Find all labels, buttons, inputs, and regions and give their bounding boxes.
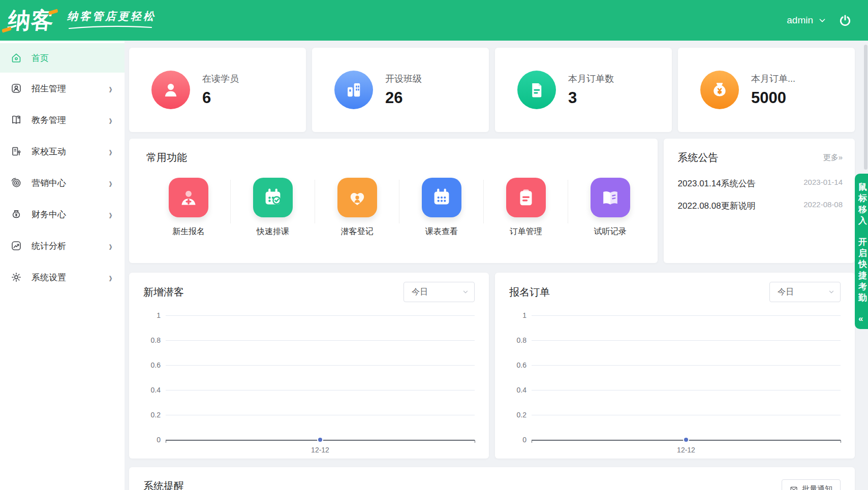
stat-value: 6 bbox=[202, 89, 239, 107]
home-icon bbox=[10, 52, 22, 64]
purse-icon bbox=[10, 208, 22, 220]
sidebar-item-finance[interactable]: 财务中心 › bbox=[0, 199, 125, 230]
attendance-tab-line2: 开启快捷考勤 bbox=[858, 237, 868, 304]
attendance-tab-line1: 鼠标移入 bbox=[858, 182, 868, 226]
quick-action-audition-record[interactable]: 试听记录 bbox=[568, 178, 653, 237]
quick-action-timetable[interactable]: 课表查看 bbox=[399, 178, 484, 237]
logout-power-button[interactable] bbox=[839, 14, 852, 27]
brand-slogan: 纳客管店更轻松 bbox=[67, 9, 156, 23]
chart-icon bbox=[10, 240, 22, 252]
stat-card-classes: 开设班级 26 bbox=[312, 48, 489, 132]
quick-functions-grid: 新生报名 快速排课 潜客登记 bbox=[146, 178, 653, 237]
sidebar-item-label: 首页 bbox=[32, 52, 112, 64]
chevron-right-icon: › bbox=[109, 269, 112, 285]
power-icon bbox=[839, 14, 852, 27]
quick-action-label: 潜客登记 bbox=[341, 226, 374, 237]
sidebar-item-academic[interactable]: 教务管理 › bbox=[0, 104, 125, 136]
sidebar-item-enrollment[interactable]: 招生管理 › bbox=[0, 73, 125, 104]
line-chart: 10.80.60.40.2012-12 bbox=[509, 315, 841, 458]
main-content: 在读学员 6 开设班级 26 本月订单数 3 bbox=[125, 41, 868, 490]
signup-orders-chart-card: 报名订单 今日 10.80.60.40.2012-12 bbox=[495, 273, 855, 459]
enroll-icon bbox=[169, 178, 208, 217]
stats-row: 在读学员 6 开设班级 26 本月订单数 3 bbox=[129, 48, 855, 132]
stat-text: 开设班级 26 bbox=[385, 73, 422, 107]
quick-action-lead-register[interactable]: 潜客登记 bbox=[315, 178, 399, 237]
chevron-down-icon bbox=[818, 16, 826, 24]
header-user-area: admin bbox=[787, 14, 852, 27]
gear-icon bbox=[10, 271, 22, 283]
vertical-scrollbar-thumb[interactable] bbox=[864, 45, 867, 170]
sidebar-item-settings[interactable]: 系统设置 › bbox=[0, 262, 125, 293]
period-select-value: 今日 bbox=[778, 287, 794, 298]
period-select-value: 今日 bbox=[412, 287, 428, 298]
sidebar-item-home-school[interactable]: 家校互动 › bbox=[0, 136, 125, 167]
lead-icon bbox=[337, 178, 377, 217]
user-name-label: admin bbox=[787, 15, 813, 26]
stat-text: 在读学员 6 bbox=[202, 73, 239, 107]
stat-value: 26 bbox=[385, 89, 422, 107]
chevron-right-icon: › bbox=[109, 175, 112, 191]
chart-header: 新增潜客 今日 bbox=[143, 282, 475, 302]
batch-notify-button[interactable]: 批量通知 bbox=[782, 479, 841, 490]
stat-value: 5000 bbox=[751, 89, 795, 107]
chevron-right-icon: › bbox=[109, 238, 112, 254]
sidebar-item-home[interactable]: 首页 bbox=[0, 43, 125, 73]
announcement-date: 2023-01-14 bbox=[803, 178, 843, 189]
announcement-item[interactable]: 2023.01.14系统公告 2023-01-14 bbox=[678, 178, 843, 189]
user-dropdown[interactable]: admin bbox=[787, 15, 826, 26]
chevron-right-icon: › bbox=[109, 80, 112, 96]
quick-action-label: 新生报名 bbox=[172, 226, 205, 237]
app-header: 纳客 纳客管店更轻松 admin bbox=[0, 0, 868, 41]
quick-action-label: 订单管理 bbox=[510, 226, 542, 237]
school-icon bbox=[10, 145, 22, 157]
period-select[interactable]: 今日 bbox=[769, 282, 841, 302]
line-chart: 10.80.60.40.2012-12 bbox=[143, 315, 475, 458]
quick-action-new-student[interactable]: 新生报名 bbox=[146, 178, 231, 237]
sidebar-nav: 首页 招生管理 › 教务管理 › 家校互动 › bbox=[0, 41, 125, 490]
announcements-more-link[interactable]: 更多» bbox=[823, 153, 843, 162]
quick-functions-panel: 常用功能 新生报名 快速排课 bbox=[129, 139, 658, 263]
book-icon bbox=[10, 114, 22, 126]
quick-action-label: 试听记录 bbox=[594, 226, 627, 237]
chevron-right-icon: › bbox=[109, 112, 112, 128]
chart-title: 报名订单 bbox=[509, 285, 550, 299]
schedule-icon bbox=[253, 178, 293, 217]
target-icon bbox=[10, 177, 22, 189]
sidebar-item-statistics[interactable]: 统计分析 › bbox=[0, 230, 125, 262]
brand-logo: 纳客 纳客管店更轻松 bbox=[8, 4, 156, 37]
stat-label: 本月订单数 bbox=[568, 73, 614, 85]
sidebar-item-label: 统计分析 bbox=[32, 240, 109, 252]
middle-row: 常用功能 新生报名 快速排课 bbox=[129, 139, 855, 263]
stat-card-students: 在读学员 6 bbox=[129, 48, 306, 132]
sidebar-item-label: 家校互动 bbox=[32, 146, 109, 157]
sidebar-item-label: 营销中心 bbox=[32, 177, 109, 189]
sidebar-item-marketing[interactable]: 营销中心 › bbox=[0, 167, 125, 199]
announcement-item[interactable]: 2022.08.08更新说明 2022-08-08 bbox=[678, 200, 843, 212]
stat-label: 本月订单... bbox=[751, 73, 795, 85]
brand-slogan-wrap: 纳客管店更轻松 bbox=[67, 9, 156, 30]
chevron-down-icon bbox=[462, 288, 469, 296]
sidebar-item-label: 系统设置 bbox=[32, 272, 109, 283]
stat-label: 开设班级 bbox=[385, 73, 422, 85]
stat-card-month-revenue: 本月订单... 5000 bbox=[678, 48, 855, 132]
announcements-list: 2023.01.14系统公告 2023-01-14 2022.08.08更新说明… bbox=[678, 178, 843, 212]
envelope-icon bbox=[790, 485, 798, 490]
sidebar-item-label: 招生管理 bbox=[32, 83, 109, 94]
collapse-left-icon: « bbox=[858, 314, 863, 324]
announcement-date: 2022-08-08 bbox=[803, 200, 843, 212]
quick-action-quick-schedule[interactable]: 快速排课 bbox=[231, 178, 315, 237]
order-icon bbox=[506, 178, 546, 217]
student-icon bbox=[151, 71, 190, 109]
system-reminders-title: 系统提醒 bbox=[143, 479, 184, 490]
chevron-down-icon bbox=[828, 288, 835, 296]
announcement-title: 2022.08.08更新说明 bbox=[678, 200, 756, 212]
audition-icon bbox=[591, 178, 630, 217]
period-select[interactable]: 今日 bbox=[404, 282, 475, 302]
batch-notify-label: 批量通知 bbox=[802, 484, 832, 490]
chevron-right-icon: › bbox=[109, 143, 112, 159]
new-leads-chart-card: 新增潜客 今日 10.80.60.40.2012-12 bbox=[129, 273, 489, 459]
sidebar-item-label: 教务管理 bbox=[32, 114, 109, 126]
quick-attendance-tab[interactable]: 鼠标移入 开启快捷考勤 « bbox=[855, 174, 868, 329]
quick-action-order-manage[interactable]: 订单管理 bbox=[484, 178, 568, 237]
chevron-right-icon: › bbox=[109, 206, 112, 222]
